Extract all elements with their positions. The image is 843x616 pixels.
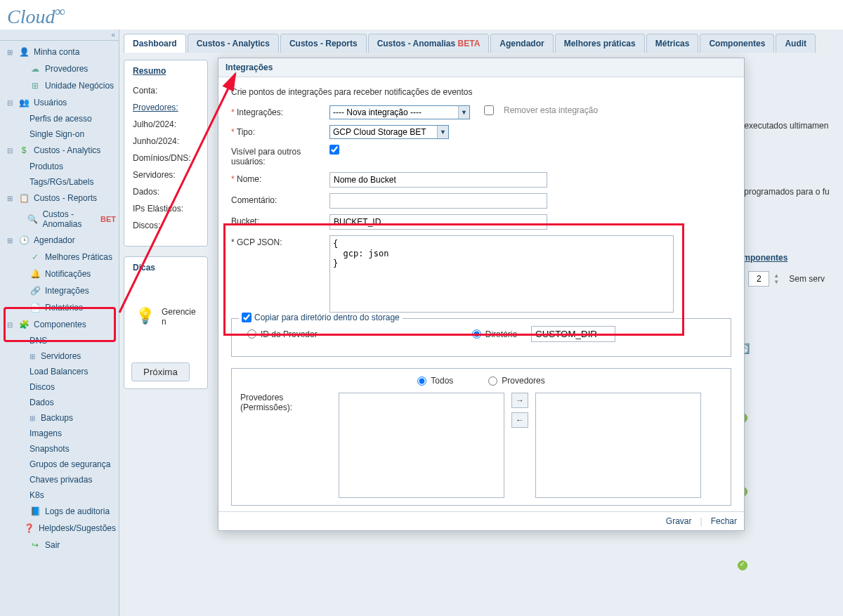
fechar-button[interactable]: Fechar	[711, 516, 737, 526]
sidebar-item-provedores[interactable]: ☁Provedores	[0, 60, 119, 77]
sidebar-item-minha-conta[interactable]: ⊞👤Minha conta	[0, 44, 119, 60]
comentario-input[interactable]	[329, 193, 547, 209]
remover-checkbox[interactable]	[484, 105, 494, 115]
integracoes-select[interactable]	[329, 105, 470, 119]
count-input[interactable]	[748, 271, 769, 287]
diretorio-input[interactable]	[531, 326, 615, 342]
sidebar-item-produtos[interactable]: Produtos	[0, 159, 119, 174]
sidebar-item-load-balancers[interactable]: Load Balancers	[0, 364, 119, 379]
nome-label: Nome:	[237, 174, 261, 184]
integracoes-label: Integrações:	[237, 107, 283, 117]
tab-dashboard[interactable]: Dashboard	[124, 34, 186, 53]
expand-icon[interactable]: ⊟	[7, 321, 14, 329]
bucket-input[interactable]	[329, 214, 547, 230]
nav-icon: 📋	[18, 192, 30, 204]
tab-agendador[interactable]: Agendador	[490, 34, 553, 53]
proxima-button[interactable]: Próxima	[131, 362, 190, 381]
infinity-icon: ∞	[55, 4, 65, 19]
sidebar-item-backups[interactable]: ⊞Backups	[0, 410, 119, 426]
sidebar-item-custos-anomalias[interactable]: 🔍Custos - Anomalias BET	[0, 207, 119, 232]
sidebar-label: Integrações	[45, 286, 89, 296]
sidebar-item-servidores[interactable]: ⊞Servidores	[0, 348, 119, 364]
resumo-label[interactable]: Provedores:	[133, 103, 178, 112]
nome-input[interactable]	[329, 172, 547, 188]
sidebar-label: Snapshots	[30, 444, 70, 454]
sidebar-label: Melhores Práticas	[45, 252, 112, 262]
sidebar-item-discos[interactable]: Discos	[0, 379, 119, 395]
sidebar-item-single-sign-on[interactable]: Single Sign-on	[0, 126, 119, 142]
perms-selected-list[interactable]	[535, 393, 701, 498]
sidebar-item-unidade-neg-cios[interactable]: ⊞Unidade Negócios	[0, 77, 119, 94]
sidebar-item-usu-rios[interactable]: ⊟👥Usuários	[0, 94, 119, 111]
sidebar-item-relat-rios[interactable]: 📄Relatórios	[0, 299, 119, 316]
sidebar-item-integra-es[interactable]: 🔗Integrações	[0, 282, 119, 299]
sidebar-item-snapshots[interactable]: Snapshots	[0, 441, 119, 457]
sidebar-label: Chaves privadas	[30, 475, 92, 485]
sidebar-label: Custos - Analytics	[34, 145, 100, 155]
sidebar-item-k8s[interactable]: K8s	[0, 487, 119, 503]
sidebar-item-dados[interactable]: Dados	[0, 395, 119, 410]
sidebar-label: Load Balancers	[30, 367, 88, 376]
sidebar-label: Dados	[30, 398, 54, 407]
status-ok-icon	[738, 561, 747, 570]
gcpjson-textarea[interactable]	[329, 235, 674, 313]
resumo-panel: Resumo Conta:Provedores:Julho/2024:Junho…	[124, 60, 208, 247]
visivel-checkbox[interactable]	[329, 145, 339, 155]
expand-icon[interactable]: ⊟	[7, 99, 14, 107]
sidebar-item-logs-de-auditoria[interactable]: 📘Logs de auditoria	[0, 503, 119, 520]
tab-melhores-pr-ticas[interactable]: Melhores práticas	[555, 34, 645, 53]
sidebar-item-custos-analytics[interactable]: ⊟$Custos - Analytics	[0, 142, 119, 159]
sidebar-item-dns[interactable]: DNS	[0, 333, 119, 348]
move-right-button[interactable]: →	[511, 393, 528, 408]
stepper-up-icon[interactable]: ▲	[773, 273, 779, 279]
diretorio-radio[interactable]: Diretório	[472, 326, 517, 342]
id-provedor-radio[interactable]: ID do Provedor	[247, 326, 318, 342]
sidebar-item-tags-rgs-labels[interactable]: Tags/RGs/Labels	[0, 174, 119, 190]
tab-m-tricas[interactable]: Métricas	[646, 34, 699, 53]
gravar-button[interactable]: Gravar	[666, 516, 692, 526]
move-left-button[interactable]: ←	[511, 412, 528, 428]
sidebar-item-componentes[interactable]: ⊟🧩Componentes	[0, 316, 119, 333]
logo-text: Cloud	[7, 6, 55, 27]
provedores-radio[interactable]: Provedores	[488, 376, 544, 386]
sidebar-item-notifica-es[interactable]: 🔔Notificações	[0, 266, 119, 282]
expand-icon[interactable]: ⊞	[30, 414, 37, 422]
tab-custos-reports[interactable]: Custos - Reports	[280, 34, 367, 53]
sidebar-collapse-button[interactable]: «	[0, 30, 119, 41]
componentes-title: omponentes	[738, 253, 788, 263]
sidebar-item-helpdesk-sugest-es[interactable]: ❓Helpdesk/Sugestões	[0, 520, 119, 537]
resumo-row: Discos:	[133, 221, 199, 230]
nav-icon: 🔗	[30, 285, 41, 296]
sidebar-item-agendador[interactable]: ⊞🕒Agendador	[0, 232, 119, 249]
perms-available-list[interactable]	[339, 393, 504, 498]
expand-icon[interactable]: ⊟	[7, 147, 14, 155]
sidebar-item-grupos-de-seguran-a[interactable]: Grupos de segurança	[0, 457, 119, 472]
nav-icon: $	[18, 145, 30, 156]
sidebar-item-perfis-de-acesso[interactable]: Perfis de acesso	[0, 111, 119, 126]
sidebar-label: Produtos	[30, 162, 63, 171]
sidebar-label: Provedores	[45, 64, 88, 74]
nav-icon: 🕒	[18, 235, 30, 246]
tab-componentes[interactable]: Componentes	[700, 34, 774, 53]
sidebar-item-melhores-pr-ticas[interactable]: ✓Melhores Práticas	[0, 249, 119, 266]
sidebar-item-imagens[interactable]: Imagens	[0, 426, 119, 441]
todos-radio[interactable]: Todos	[417, 376, 453, 386]
tab-custos-anomalias[interactable]: Custos - Anomalias BETA	[368, 34, 490, 53]
expand-icon[interactable]: ⊞	[30, 353, 37, 360]
sidebar-item-chaves-privadas[interactable]: Chaves privadas	[0, 472, 119, 487]
comentario-label: Comentário:	[231, 193, 329, 205]
expand-icon[interactable]: ⊞	[7, 195, 14, 202]
sidebar-item-sair[interactable]: ↪Sair	[0, 537, 119, 553]
tab-audit[interactable]: Audit	[776, 34, 816, 53]
copy-checkbox[interactable]	[242, 313, 251, 322]
expand-icon[interactable]: ⊞	[7, 237, 14, 244]
expand-icon[interactable]: ⊞	[7, 48, 14, 56]
sidebar-item-custos-reports[interactable]: ⊞📋Custos - Reports	[0, 190, 119, 207]
nav-icon: ✓	[30, 251, 41, 263]
tab-custos-analytics[interactable]: Custos - Analytics	[188, 34, 279, 53]
perms-label: Provedores (Permissões):	[240, 393, 332, 412]
resumo-row: Dados:	[133, 187, 199, 197]
tipo-select[interactable]	[329, 125, 449, 139]
resumo-label: IPs Elásticos:	[133, 204, 183, 214]
stepper-down-icon[interactable]: ▼	[773, 279, 779, 285]
